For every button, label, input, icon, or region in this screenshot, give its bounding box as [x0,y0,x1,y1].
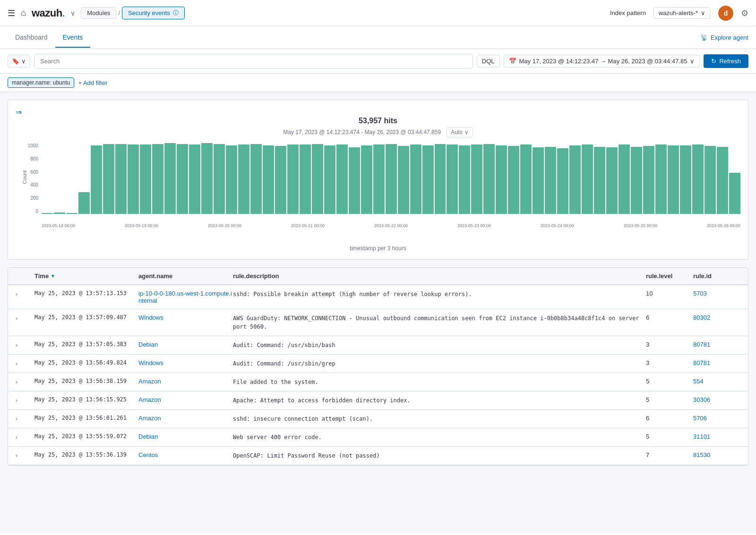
dql-button[interactable]: DQL [477,55,500,68]
rule-id-link[interactable]: 80302 [693,314,710,321]
search-input[interactable] [34,54,473,68]
expand-button[interactable]: › [16,378,34,385]
agent-link[interactable]: Windows [138,314,163,321]
bar-3 [78,192,90,214]
expand-button[interactable]: › [16,451,34,459]
x-label-5: 2023-05-23 00:00 [457,223,491,228]
agent-link[interactable]: Amazon [138,396,161,403]
x-label-7: 2023-05-25 00:00 [624,223,657,228]
explore-agent-button[interactable]: 📡 Explore agent [700,34,748,41]
add-filter-button[interactable]: + Add filter [78,79,107,86]
expand-button[interactable]: › [16,341,34,348]
agent-cell: Debian [138,341,233,348]
expand-button[interactable]: › [16,433,34,441]
level-cell: 5 [646,378,693,385]
expand-button[interactable]: › [16,396,34,404]
bar-27 [373,144,385,214]
ruleid-cell: 5706 [693,415,740,422]
bar-42 [557,148,568,214]
agent-link[interactable]: ip-10-0-0-180.us-west-1.compute.internal [138,290,232,304]
security-events-breadcrumb[interactable]: Security events ⓘ [122,7,185,19]
sidebar-toggle-icon[interactable]: ⇒ [16,108,22,116]
tab-events[interactable]: Events [55,28,91,48]
chart-wrapper: Count 1000 800 600 400 200 0 2023-05-18 … [16,143,740,228]
table-row: › May 25, 2023 @ 13:56:15.925 Amazon Apa… [8,391,748,410]
level-cell: 3 [646,359,693,366]
auto-select[interactable]: Auto ∨ [447,127,473,137]
bar-56 [729,173,740,214]
agent-cell: Amazon [138,378,233,385]
expand-button[interactable]: › [16,415,34,422]
chart-date-range-text: May 17, 2023 @ 14:12:23.474 - May 26, 20… [283,129,441,136]
calendar-icon: 📅 [509,58,516,65]
agent-link[interactable]: Centos [138,451,158,459]
hits-count: 53,957 hits [16,117,740,125]
time-cell: May 25, 2023 @ 13:57:05.383 [34,341,138,348]
x-axis-title: timestamp per 3 hours [16,245,740,252]
expand-col-header [16,272,34,280]
agent-cell: Windows [138,359,233,366]
x-label-2: 2023-05-20 00:00 [208,223,241,228]
time-cell: May 25, 2023 @ 13:55:59.072 [34,433,138,440]
index-pattern-chevron: ∨ [701,9,705,17]
bar-22 [312,144,323,214]
hamburger-icon[interactable]: ☰ [8,8,15,18]
description-cell: Web server 400 error code. [233,433,646,442]
expand-button[interactable]: › [16,290,34,297]
active-filter[interactable]: manager.name: ubuntu [8,77,74,88]
agent-link[interactable]: Windows [138,359,163,366]
index-pattern-select[interactable]: wazuh-alerts-* ∨ [653,7,711,19]
ruleid-cell: 5703 [693,290,740,297]
settings-icon[interactable]: ⚙ [741,8,748,18]
bar-4 [91,145,102,214]
agent-link[interactable]: Debian [138,341,158,348]
rule-id-link[interactable]: 5703 [693,290,707,297]
agent-link[interactable]: Amazon [138,415,161,422]
modules-breadcrumb[interactable]: Modules [81,7,116,19]
bar-51 [668,145,679,214]
level-cell: 7 [646,451,693,459]
expand-button[interactable]: › [16,359,34,367]
level-cell: 3 [646,341,693,348]
agent-link[interactable]: Amazon [138,378,161,385]
bar-40 [533,147,544,214]
table-row: › May 25, 2023 @ 13:56:38.159 Amazon Fil… [8,373,748,391]
chevron-down-icon[interactable]: ∨ [70,9,75,17]
rule-id-link[interactable]: 554 [693,378,704,385]
refresh-label: Refresh [719,58,741,65]
rule-id-link[interactable]: 31101 [693,433,710,440]
bar-28 [386,144,397,214]
bar-45 [594,147,605,214]
rule-id-link[interactable]: 81530 [693,451,710,459]
x-label-0: 2023-05-18 00:00 [42,223,75,228]
table-row: › May 25, 2023 @ 13:55:36.139 Centos Ope… [8,447,748,465]
rule-id-link[interactable]: 80781 [693,341,710,348]
y-label-400: 400 [30,182,38,187]
rule-id-link[interactable]: 30306 [693,396,710,403]
bar-39 [520,144,532,214]
time-cell: May 25, 2023 @ 13:56:15.925 [34,396,138,403]
time-picker[interactable]: 📅 May 17, 2023 @ 14:12:23.47 → May 26, 2… [504,55,700,68]
level-cell: 5 [646,433,693,440]
bar-9 [152,144,163,214]
tab-dashboard[interactable]: Dashboard [8,28,55,48]
bar-37 [496,145,507,214]
bar-12 [189,144,200,214]
agent-link[interactable]: Debian [138,433,158,440]
saved-search-button[interactable]: 🔖 ∨ [8,55,30,68]
bar-52 [680,145,691,214]
expand-button[interactable]: › [16,314,34,322]
rule-id-link[interactable]: 80781 [693,359,710,366]
bar-47 [619,144,630,214]
bar-43 [569,145,581,214]
bar-11 [177,144,188,214]
rule-id-link[interactable]: 5706 [693,415,707,422]
refresh-button[interactable]: ↻ Refresh [704,54,748,68]
home-icon[interactable]: ⌂ [21,8,26,18]
x-label-8: 2023-05-26 00:00 [707,223,740,228]
nav-right: Index pattern wazuh-alerts-* ∨ d ⚙ [610,6,748,21]
avatar[interactable]: d [718,6,733,21]
bar-33 [447,144,458,214]
ruleid-cell: 80781 [693,359,740,366]
time-col-header[interactable]: Time ▼ [34,272,138,280]
